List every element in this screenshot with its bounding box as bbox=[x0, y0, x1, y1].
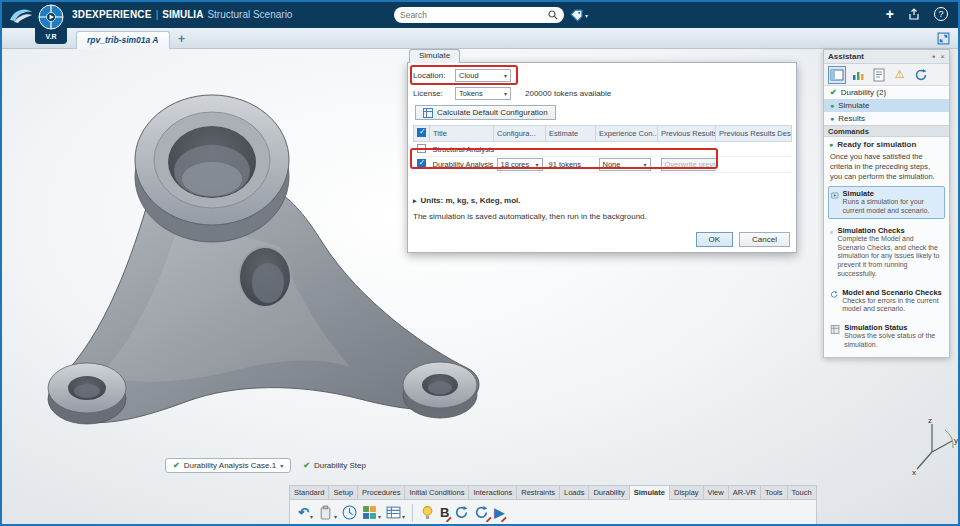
tab-ar-vr[interactable]: AR-VR bbox=[728, 485, 760, 500]
col-experience[interactable]: Experience Con... bbox=[596, 126, 658, 142]
search-icon[interactable] bbox=[548, 10, 558, 20]
tab-initial-conditions[interactable]: Initial Conditions bbox=[404, 485, 468, 500]
table-row-structural[interactable]: Structural Analysis ... bbox=[414, 142, 792, 157]
update-edit-button[interactable] bbox=[474, 505, 489, 520]
col-estimate[interactable]: Estimate bbox=[546, 126, 596, 142]
col-previous-results[interactable]: Previous Results bbox=[658, 126, 716, 142]
simulation-checks-icon bbox=[830, 226, 833, 239]
run-edit-button[interactable]: ▶ bbox=[494, 506, 504, 520]
action-bar: Standard Setup Procedures Initial Condit… bbox=[289, 485, 817, 526]
undo-button[interactable]: ↶ ▾ bbox=[298, 506, 313, 520]
search-input[interactable] bbox=[400, 10, 548, 20]
cores-value: 18 cores bbox=[501, 160, 530, 169]
help-icon[interactable]: ? bbox=[934, 7, 948, 21]
clock-icon bbox=[342, 505, 357, 520]
refresh-icon[interactable] bbox=[912, 66, 930, 84]
warning-icon[interactable]: ⚠ bbox=[891, 66, 909, 84]
update-button[interactable] bbox=[454, 505, 469, 520]
command-simulation-status[interactable]: Simulation Status Shows the solve status… bbox=[828, 321, 945, 352]
assistant-step-results[interactable]: ● Results bbox=[824, 112, 949, 125]
cancel-button[interactable]: Cancel bbox=[739, 232, 790, 247]
tab-display[interactable]: Display bbox=[669, 485, 703, 500]
command-name: Model and Scenario Checks bbox=[842, 288, 943, 297]
expand-window-icon[interactable] bbox=[937, 32, 950, 45]
calculate-default-configuration-button[interactable]: Calculate Default Configuration bbox=[415, 105, 556, 120]
col-previous-results-description[interactable]: Previous Results Description bbox=[716, 126, 792, 142]
row-checkbox[interactable] bbox=[417, 159, 426, 168]
case-selector[interactable]: ✔ Durability Analysis Case.1 ▾ bbox=[165, 458, 291, 473]
toolbar-separator bbox=[412, 504, 413, 522]
assistant-step-durability[interactable]: ✔ Durability (2) bbox=[824, 86, 949, 99]
tab-simulate[interactable]: Simulate bbox=[629, 485, 669, 500]
col-title[interactable]: Title bbox=[430, 126, 494, 142]
commands-header: Commands bbox=[824, 125, 949, 137]
tab-durability[interactable]: Durability bbox=[588, 485, 628, 500]
expander-icon[interactable]: ▸ bbox=[413, 197, 417, 205]
units-section[interactable]: ▸ Units: m, kg, s, Kdeg, mol. bbox=[413, 196, 791, 205]
table-row-durability[interactable]: Durability Analysis ... 18 cores ▾ 91 to… bbox=[414, 157, 792, 173]
dialog-tab-simulate[interactable]: Simulate bbox=[409, 49, 460, 63]
row-checkbox[interactable] bbox=[417, 144, 426, 153]
dialog-note: The simulation is saved automatically, t… bbox=[413, 212, 791, 221]
document-tab[interactable]: rpv_trib-sim01a A bbox=[76, 31, 170, 49]
history-button[interactable] bbox=[342, 505, 357, 520]
field-edit-button[interactable]: B bbox=[440, 506, 449, 520]
tab-setup[interactable]: Setup bbox=[328, 485, 357, 500]
tab-interactions[interactable]: Interactions bbox=[468, 485, 516, 500]
experience-value: None bbox=[603, 160, 621, 169]
simulate-dialog: Simulate Location: Cloud ▾ License: Toke… bbox=[407, 49, 797, 253]
command-model-scenario-checks[interactable]: Model and Scenario Checks Checks for err… bbox=[828, 286, 945, 317]
previous-results-dropdown[interactable]: Overwrite previous ▾ bbox=[661, 158, 716, 171]
brand-context: Structural Scenario bbox=[207, 9, 292, 20]
data-table-button[interactable]: ▾ bbox=[386, 505, 405, 520]
results-grid-button[interactable]: ▾ bbox=[362, 505, 381, 520]
new-tab-icon[interactable]: + bbox=[178, 32, 185, 46]
step-indicator[interactable]: ✔ Durability Step bbox=[303, 461, 366, 470]
tab-loads[interactable]: Loads bbox=[559, 485, 588, 500]
tab-touch[interactable]: Touch bbox=[787, 485, 817, 500]
chart-icon[interactable] bbox=[849, 66, 867, 84]
tab-standard[interactable]: Standard bbox=[289, 485, 328, 500]
ok-button[interactable]: OK bbox=[696, 232, 734, 247]
compass[interactable]: V.R bbox=[35, 2, 67, 44]
chevron-down-icon: ▾ bbox=[310, 513, 313, 520]
tab-procedures[interactable]: Procedures bbox=[357, 485, 404, 500]
units-label: Units: m, kg, s, Kdeg, mol. bbox=[421, 196, 521, 205]
select-all-checkbox[interactable] bbox=[417, 128, 426, 137]
report-icon[interactable] bbox=[870, 66, 888, 84]
location-dropdown[interactable]: Cloud ▾ bbox=[455, 69, 511, 82]
tab-view[interactable]: View bbox=[703, 485, 728, 500]
simulate-dialog-body: Location: Cloud ▾ License: Tokens ▾ 2000… bbox=[407, 62, 797, 253]
brand-3dexperience: 3DEXPERIENCE bbox=[72, 9, 152, 20]
license-availability: 200000 tokens available bbox=[525, 89, 611, 98]
close-icon[interactable]: × bbox=[940, 52, 945, 61]
command-name: Simulation Checks bbox=[837, 226, 943, 235]
col-configuration[interactable]: Configura... bbox=[494, 126, 546, 142]
experience-dropdown[interactable]: None ▾ bbox=[599, 158, 651, 171]
add-content-icon[interactable]: + bbox=[886, 6, 894, 22]
tab-tools[interactable]: Tools bbox=[760, 485, 787, 500]
display-option-button[interactable] bbox=[420, 505, 435, 520]
cores-dropdown[interactable]: 18 cores ▾ bbox=[497, 158, 543, 171]
assistant-panel-icon[interactable] bbox=[828, 66, 846, 84]
color-grid-icon bbox=[362, 505, 377, 520]
command-simulation-checks[interactable]: Simulation Checks Complete the Model and… bbox=[828, 224, 945, 281]
share-icon[interactable] bbox=[908, 8, 920, 20]
app-window: 3DEXPERIENCE|SIMULIAStructural Scenario … bbox=[0, 0, 960, 526]
compass-icon[interactable] bbox=[38, 4, 64, 30]
axes-triad[interactable]: z y x bbox=[905, 414, 959, 476]
tag-filter-button[interactable]: ▾ bbox=[570, 7, 588, 23]
search-bar[interactable] bbox=[394, 7, 564, 23]
tab-restraints[interactable]: Restraints bbox=[516, 485, 559, 500]
clipboard-icon bbox=[318, 505, 333, 520]
assistant-step-simulate[interactable]: ● Simulate bbox=[824, 99, 949, 112]
chevron-down-icon: ▾ bbox=[535, 161, 538, 168]
tag-icon bbox=[570, 9, 583, 22]
command-simulate[interactable]: Simulate Runs a simulation for your curr… bbox=[828, 186, 945, 219]
simulation-readiness-status: ● Ready for simulation bbox=[824, 137, 949, 150]
license-dropdown[interactable]: Tokens ▾ bbox=[455, 87, 511, 100]
paste-button[interactable]: ▾ bbox=[318, 505, 337, 520]
pin-icon[interactable]: ▪ bbox=[932, 52, 935, 61]
dialog-footer: OK Cancel bbox=[696, 232, 790, 247]
model-checks-icon bbox=[830, 288, 838, 301]
